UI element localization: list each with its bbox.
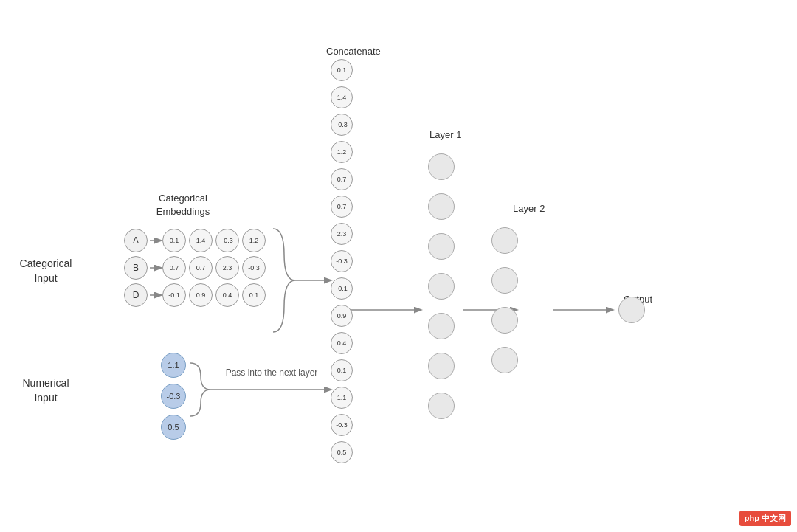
num-input-1: -0.3 [161, 384, 186, 409]
layer2-node-1 [491, 267, 518, 294]
emb-D-3: 0.1 [242, 283, 266, 307]
emb-B-1: 0.7 [189, 256, 213, 280]
concat-0: 0.1 [331, 59, 353, 81]
concat-10: 0.4 [331, 332, 353, 354]
emb-A-1: 1.4 [189, 229, 213, 252]
concat-2: -0.3 [331, 114, 353, 136]
concat-6: 2.3 [331, 223, 353, 245]
layer1-node-5 [428, 353, 455, 379]
cat-label-B: B [124, 256, 148, 280]
layer2-node-0 [491, 227, 518, 254]
layer1-node-3 [428, 273, 455, 300]
concat-9: 0.9 [331, 305, 353, 327]
emb-A-3: 1.2 [242, 229, 266, 252]
layer2-node-2 [491, 307, 518, 334]
concatenate-label: Concatenate [326, 46, 381, 57]
concat-4: 0.7 [331, 168, 353, 190]
numerical-input-label: Numerical Input [16, 376, 75, 405]
pass-into-label: Pass into the next layer [220, 367, 323, 378]
emb-B-3: -0.3 [242, 256, 266, 280]
emb-D-0: -0.1 [162, 283, 186, 307]
embeddings-label: Categorical Embeddings [146, 192, 220, 218]
emb-B-0: 0.7 [162, 256, 186, 280]
layer1-node-0 [428, 153, 455, 180]
concat-3: 1.2 [331, 141, 353, 163]
concat-5: 0.7 [331, 196, 353, 218]
cat-label-D: D [124, 283, 148, 307]
arrows-svg [0, 0, 797, 532]
concat-7: -0.3 [331, 250, 353, 272]
layer1-label: Layer 1 [429, 129, 461, 140]
layer1-node-1 [428, 193, 455, 220]
diagram: Categorical Input Numerical Input Catego… [0, 0, 797, 532]
layer2-label: Layer 2 [513, 203, 545, 214]
categorical-input-label: Categorical Input [16, 257, 75, 286]
watermark: php 中文网 [739, 511, 791, 526]
emb-A-2: -0.3 [215, 229, 239, 252]
concat-11: 0.1 [331, 359, 353, 381]
layer1-node-2 [428, 233, 455, 260]
concat-12: 1.1 [331, 387, 353, 409]
concat-14: 0.5 [331, 441, 353, 463]
num-input-0: 1.1 [161, 353, 186, 378]
emb-D-2: 0.4 [215, 283, 239, 307]
layer2-node-3 [491, 347, 518, 373]
concat-13: -0.3 [331, 414, 353, 436]
emb-A-0: 0.1 [162, 229, 186, 252]
cat-label-A: A [124, 229, 148, 252]
concat-1: 1.4 [331, 86, 353, 108]
concat-8: -0.1 [331, 277, 353, 300]
layer1-node-6 [428, 393, 455, 419]
emb-D-1: 0.9 [189, 283, 213, 307]
output-node [618, 297, 645, 323]
layer1-node-4 [428, 313, 455, 339]
num-input-2: 0.5 [161, 415, 186, 440]
emb-B-2: 2.3 [215, 256, 239, 280]
